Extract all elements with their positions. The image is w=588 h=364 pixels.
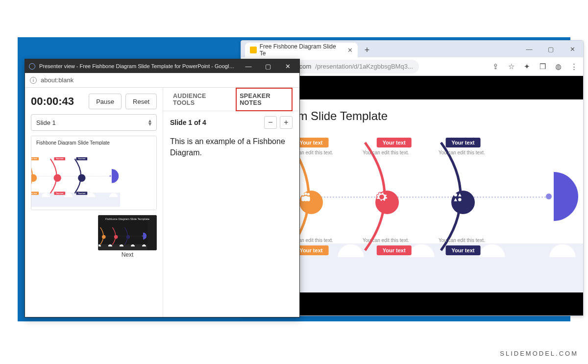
mini-tag: Your text <box>31 157 39 160</box>
svg-point-1 <box>304 192 307 194</box>
pause-button[interactable]: Pause <box>89 94 122 109</box>
svg-point-0 <box>302 193 304 195</box>
people-icon <box>102 235 106 239</box>
share-icon[interactable]: ⇪ <box>491 62 500 71</box>
leaf-icon[interactable]: ❒ <box>538 62 547 71</box>
mini-tag: Your text <box>76 157 87 160</box>
slide-selector-label: Slide 1 <box>36 119 56 126</box>
new-tab-button[interactable]: + <box>361 44 373 56</box>
url-path: /presentation/d/1aKzgbbsgBMq3... <box>315 63 413 70</box>
svg-point-2 <box>307 193 310 195</box>
svg-rect-5 <box>307 196 310 201</box>
presenter-left-pane: 00:00:43 Pause Reset Slide 1 ▴▾ Fishbone… <box>25 88 163 317</box>
extensions-icon[interactable]: ✦ <box>522 62 531 71</box>
fishbone-branch-2: Your text You can edit this text. You ca… <box>345 138 429 255</box>
presenter-window: Presenter view - Free Fishbone Diagram S… <box>24 59 300 317</box>
next-slide-thumbnail[interactable]: Fishbone Diagram Slide Template <box>98 215 157 250</box>
window-controls: — ▢ ✕ <box>518 41 583 57</box>
branch-2-desc-top: You can edit this text. <box>363 149 412 156</box>
shapes-icon <box>451 191 475 214</box>
current-slide-thumbnail[interactable]: Fishbone Diagram Slide Template Your tex… <box>31 136 157 210</box>
presenter-minimize-button[interactable]: — <box>241 63 256 70</box>
desktop-background: Free Fishbone Diagram Slide Te ✕ + — ▢ ✕… <box>18 37 570 321</box>
mini-tag: Your text <box>54 192 65 194</box>
svg-point-6 <box>454 193 457 196</box>
fishbone-branch-3: Your text You can edit this text. You ca… <box>421 138 505 255</box>
branch-2-label-top: Your text <box>377 138 412 147</box>
presenter-right-pane: AUDIENCE TOOLS SPEAKER NOTES Slide 1 of … <box>163 88 299 317</box>
reset-button[interactable]: Reset <box>125 94 157 109</box>
gear-icon <box>54 174 61 182</box>
window-maximize-button[interactable]: ▢ <box>540 41 562 57</box>
branch-3-label-bot: Your text <box>446 245 481 255</box>
gear-icon <box>114 235 118 239</box>
branch-3-desc-bot: You can edit this text. <box>439 237 488 243</box>
branch-3-desc-top: You can edit this text. <box>439 149 488 156</box>
next-label: Next <box>98 251 157 258</box>
mini-tag: Your text <box>31 192 39 194</box>
window-minimize-button[interactable]: — <box>518 41 540 57</box>
gear-icon <box>375 191 399 214</box>
zoom-out-button[interactable]: − <box>264 116 277 129</box>
presenter-address-bar: i about:blank <box>25 73 299 88</box>
timer-display: 00:00:43 <box>31 95 85 108</box>
presenter-close-button[interactable]: ✕ <box>280 63 295 70</box>
info-icon[interactable]: i <box>30 77 37 84</box>
globe-icon <box>29 63 35 70</box>
tab-audience-tools[interactable]: AUDIENCE TOOLS <box>170 89 227 110</box>
shapes-icon <box>126 235 130 239</box>
people-icon <box>299 191 323 214</box>
slides-favicon-icon <box>250 47 257 53</box>
slide-canvas: one Diagram Slide Template Your text You… <box>260 99 583 292</box>
browser-tab-active[interactable]: Free Fishbone Diagram Slide Te ✕ <box>245 43 358 57</box>
watermark: SLIDEMODEL.COM <box>500 350 578 357</box>
branch-2-desc-bot: You can edit this text. <box>363 237 412 243</box>
mini-tag: Your text <box>76 192 87 194</box>
zoom-in-button[interactable]: + <box>280 116 293 129</box>
branch-2-label-bot: Your text <box>377 245 412 255</box>
tab-speaker-notes[interactable]: SPEAKER NOTES <box>236 88 293 111</box>
svg-point-9 <box>458 198 462 201</box>
presenter-maximize-button[interactable]: ▢ <box>260 63 276 70</box>
profile-icon[interactable]: ◍ <box>554 62 563 71</box>
speaker-notes-text: This is an example of a Fishbone Diagram… <box>163 134 299 160</box>
mini-tag: Your text <box>54 157 65 160</box>
browser-tab-title: Free Fishbone Diagram Slide Te <box>260 43 342 57</box>
fishbone-head <box>529 172 578 221</box>
presenter-url: about:blank <box>41 76 74 84</box>
notes-slide-indicator: Slide 1 of 4 <box>170 119 206 126</box>
window-close-button[interactable]: ✕ <box>562 41 583 57</box>
svg-marker-8 <box>454 198 457 201</box>
slide-selector[interactable]: Slide 1 ▴▾ <box>31 114 157 131</box>
branch-3-label-top: Your text <box>446 138 481 147</box>
star-icon[interactable]: ☆ <box>507 62 515 71</box>
presenter-window-title: Presenter view - Free Fishbone Diagram S… <box>39 63 237 69</box>
tab-close-icon[interactable]: ✕ <box>347 47 353 54</box>
browser-toolbar-icons: ⇪ ☆ ✦ ❒ ◍ ⋮ <box>491 62 578 71</box>
presenter-tabs: AUDIENCE TOOLS SPEAKER NOTES <box>163 88 299 111</box>
presenter-titlebar: Presenter view - Free Fishbone Diagram S… <box>25 59 299 73</box>
chevron-updown-icon: ▴▾ <box>148 119 151 126</box>
browser-tabstrip: Free Fishbone Diagram Slide Te ✕ + — ▢ ✕ <box>241 41 583 57</box>
menu-icon[interactable]: ⋮ <box>569 62 578 71</box>
svg-marker-7 <box>458 193 462 196</box>
shapes-icon <box>78 174 85 182</box>
